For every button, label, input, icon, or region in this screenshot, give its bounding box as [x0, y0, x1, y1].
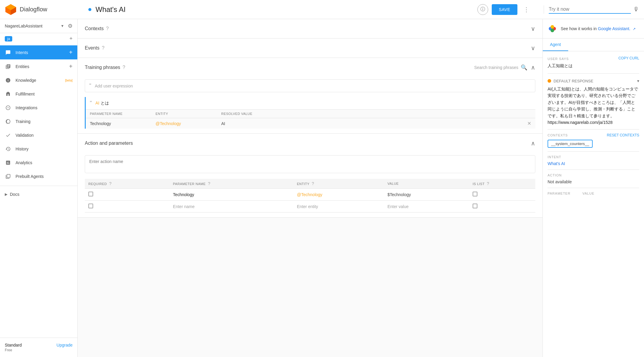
param-name-help-icon[interactable]: ?: [208, 181, 210, 186]
sidebar-item-prebuilt[interactable]: Prebuilt Agents: [0, 170, 77, 183]
col-value: VALUE: [384, 179, 469, 189]
value-label-right: VALUE: [582, 192, 594, 195]
sidebar-item-entities[interactable]: Entities +: [0, 59, 77, 73]
required-checkbox[interactable]: [88, 192, 93, 196]
user-says-section: USER SAYS COPY CURL 人工知能とは: [548, 56, 639, 70]
training-phrases-header: Training phrases ? Search training phras…: [78, 58, 542, 77]
dialogflow-logo: [5, 4, 17, 16]
action-section: Action and parameters ∧ REQUIRED ? PARAM…: [78, 134, 542, 218]
default-response-row: DEFAULT RESPONSE ▾: [548, 79, 639, 83]
training-phrases-chevron-icon[interactable]: ∧: [531, 64, 535, 71]
parameters-table-header: REQUIRED ? PARAMETER NAME ? ENTITY ? V: [85, 179, 535, 189]
sidebar-item-label-analytics: Analytics: [16, 160, 73, 165]
col-param-name: PARAMETER NAME ?: [169, 179, 293, 189]
is-list-cell: [469, 189, 535, 201]
events-chevron-icon[interactable]: ∨: [531, 44, 535, 52]
action-value: Not available: [548, 179, 639, 184]
quote-icon: ": [89, 83, 91, 89]
info-button[interactable]: ⓘ: [477, 4, 488, 15]
sidebar-item-history[interactable]: History: [0, 142, 77, 156]
entity-label: ENTITY: [297, 182, 310, 186]
add-expression-row[interactable]: " Add user expression: [85, 79, 535, 92]
plan-name: Standard: [5, 343, 22, 347]
sidebar-item-validation[interactable]: Validation: [0, 128, 77, 142]
top-header: Dialogflow What's AI ⓘ SAVE ⋮ 🎙: [0, 0, 644, 19]
contexts-section-right: CONTEXTS RESET CONTEXTS __system_counter…: [548, 133, 639, 148]
sidebar-item-analytics[interactable]: Analytics: [0, 156, 77, 170]
col-entity: ENTITY ?: [293, 179, 384, 189]
required-cell-2: [85, 201, 169, 213]
sidebar-item-label-validation: Validation: [16, 133, 73, 138]
sidebar-item-integrations[interactable]: Integrations: [0, 101, 77, 115]
contexts-help-icon[interactable]: ?: [106, 26, 109, 31]
training-phrases-help-icon[interactable]: ?: [123, 65, 125, 70]
required-checkbox-2[interactable]: [88, 204, 93, 208]
is-list-help-icon[interactable]: ?: [487, 181, 489, 186]
param-col-entity-header: ENTITY: [156, 112, 221, 116]
sidebar-item-fulfillment[interactable]: Fulfillment: [0, 87, 77, 101]
main-layout: NagareLabAssistant ▼ ⚙ ja + Intents + En…: [0, 19, 644, 357]
plan-tier: Free: [5, 348, 12, 352]
sidebar-item-training[interactable]: Training: [0, 115, 77, 128]
svg-point-7: [551, 25, 554, 29]
is-list-checkbox[interactable]: [473, 192, 477, 196]
upgrade-button[interactable]: Upgrade: [56, 343, 73, 347]
entities-icon: [5, 63, 11, 70]
right-divider-5: [548, 188, 639, 188]
reset-contexts-button[interactable]: RESET CONTEXTS: [607, 133, 639, 137]
analytics-icon: [5, 159, 11, 166]
param-col-value-header: RESOLVED VALUE: [221, 112, 531, 116]
param-name-label: PARAMETER NAME: [173, 182, 205, 186]
sidebar-item-docs[interactable]: ▶ Docs: [0, 188, 77, 200]
intent-label-right: INTENT: [548, 155, 639, 159]
agent-dropdown-icon[interactable]: ▼: [61, 24, 64, 28]
contexts-section-header[interactable]: Contexts ? ∨: [78, 19, 542, 38]
param-name-cell-2: Enter name: [169, 201, 293, 213]
language-badge[interactable]: ja: [5, 36, 12, 41]
google-assistant-bar: See how it works in Google Assistant. ↗: [543, 19, 644, 39]
sidebar-item-label-fulfillment: Fulfillment: [16, 92, 73, 96]
sidebar-agent-row: NagareLabAssistant ▼ ⚙: [0, 19, 77, 33]
is-list-checkbox-2[interactable]: [473, 204, 477, 208]
sidebar-item-knowledge[interactable]: Knowledge [beta]: [0, 73, 77, 87]
sidebar-item-label-docs: Docs: [10, 192, 19, 197]
phrase-content: " AI とは: [86, 97, 535, 109]
try-it-input[interactable]: [549, 5, 631, 14]
sidebar-item-label-prebuilt: Prebuilt Agents: [16, 174, 73, 179]
add-entity-icon[interactable]: +: [69, 63, 73, 70]
ga-link[interactable]: Google Assistant.: [598, 26, 631, 31]
events-section-header[interactable]: Events ? ∨: [78, 39, 542, 58]
contexts-row: CONTEXTS RESET CONTEXTS: [548, 133, 639, 137]
try-it-area: 🎙: [544, 5, 639, 14]
user-says-text: 人工知能とは: [548, 62, 639, 70]
intent-value[interactable]: What's AI: [548, 161, 639, 166]
param-delete-icon[interactable]: ✕: [527, 121, 531, 126]
microphone-icon[interactable]: 🎙: [633, 6, 639, 13]
save-button[interactable]: SAVE: [492, 4, 517, 15]
sidebar-item-intents[interactable]: Intents +: [0, 45, 77, 59]
right-panel: See how it works in Google Assistant. ↗ …: [542, 19, 644, 357]
logo-text: Dialogflow: [20, 6, 47, 13]
sidebar-item-label-history: History: [16, 147, 73, 151]
phrase-text: AI とは: [95, 101, 109, 106]
sidebar-item-label-knowledge: Knowledge: [16, 78, 64, 83]
events-help-icon[interactable]: ?: [102, 45, 104, 51]
entity-help-icon[interactable]: ?: [312, 181, 314, 186]
sidebar-item-label-integrations: Integrations: [16, 105, 73, 110]
default-response-dropdown[interactable]: ▾: [637, 79, 639, 83]
action-chevron-icon[interactable]: ∧: [531, 140, 535, 147]
more-options-button[interactable]: ⋮: [521, 4, 532, 15]
add-intent-icon[interactable]: +: [69, 49, 73, 56]
agent-settings-icon[interactable]: ⚙: [68, 23, 73, 29]
search-icon[interactable]: 🔍: [521, 64, 527, 71]
action-name-input[interactable]: [85, 155, 535, 173]
copy-curl-button[interactable]: COPY CURL: [618, 56, 639, 60]
context-chip[interactable]: __system_counters__: [548, 140, 593, 148]
phrase-row: " AI とは PARAMETER NAME ENTITY RESOLVED V…: [85, 97, 535, 129]
contexts-chevron-icon[interactable]: ∨: [531, 25, 535, 32]
tab-agent[interactable]: Agent: [543, 39, 568, 51]
add-language-icon[interactable]: +: [69, 36, 73, 42]
required-help-icon[interactable]: ?: [109, 181, 112, 186]
ga-external-icon[interactable]: ↗: [633, 27, 636, 31]
action-section-header[interactable]: Action and parameters ∧: [78, 134, 542, 153]
